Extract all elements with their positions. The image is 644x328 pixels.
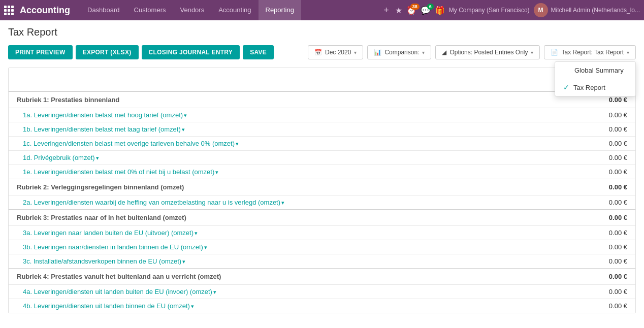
section-row: Rubriek 4: Prestaties vanuit het buitenl… (9, 269, 635, 285)
section-label: Rubriek 3: Prestaties naar of in het bui… (9, 210, 540, 226)
checkmark-icon: ✓ (563, 83, 569, 91)
options-arrow: ▾ (531, 50, 533, 55)
report-type-dropdown: Global Summary ✓ Tax Report (555, 61, 636, 96)
section-label: Rubriek 4: Prestaties vanuit het buitenl… (9, 269, 540, 285)
section-row: Rubriek 2: Verleggingsregelingen binnenl… (9, 179, 635, 195)
row-dropdown-arrow[interactable]: ▾ (184, 112, 187, 118)
page-content: Tax Report PRINT PREVIEW EXPORT (XLSX) C… (0, 20, 644, 313)
row-value-cell: 0.00 € (540, 108, 635, 122)
page-title: Tax Report (8, 26, 636, 38)
row-dropdown-arrow[interactable]: ▾ (215, 169, 218, 175)
comparison-label: Comparison: (384, 49, 419, 56)
item-link[interactable]: 1e. Leveringen/diensten belast met 0% of… (23, 168, 214, 176)
toolbar: PRINT PREVIEW EXPORT (XLSX) CLOSING JOUR… (8, 45, 636, 59)
report-type-button[interactable]: 📄 Tax Report: Tax Report ▾ (544, 45, 636, 59)
item-link[interactable]: 3c. Installatie/afstandsverkopen binnen … (23, 257, 181, 265)
row-label-cell: 1d. Privégebruik (omzet)▾ (9, 151, 540, 165)
row-value-cell: 0.00 € (540, 285, 635, 299)
user-menu[interactable]: M Mitchell Admin (Netherlands_lo... (534, 3, 640, 17)
date-filter-button[interactable]: 📅 Dec 2020 ▾ (308, 45, 363, 59)
row-dropdown-arrow[interactable]: ▾ (191, 303, 194, 309)
apps-icon[interactable]: ★ (395, 6, 402, 15)
row-label-cell: 3c. Installatie/afstandsverkopen binnen … (9, 254, 540, 269)
nav-accounting[interactable]: Accounting (211, 0, 258, 20)
topnav-right: ★ ⏰ 38 💬 6 🎁 My Company (San Francisco) … (395, 3, 640, 17)
user-name: Mitchell Admin (Netherlands_lo... (551, 7, 640, 14)
section-value: 0.00 € (540, 179, 635, 195)
row-dropdown-arrow[interactable]: ▾ (182, 258, 185, 265)
report-type-label: Tax Report: Tax Report (561, 49, 624, 56)
row-dropdown-arrow[interactable]: ▾ (236, 141, 239, 147)
calendar-icon: 📅 (314, 49, 322, 56)
table-row: 3a. Leveringen naar landen buiten de EU … (9, 226, 635, 240)
row-dropdown-arrow[interactable]: ▾ (213, 289, 216, 295)
row-label-cell: 4a. Leveringen/diensten uit landen buite… (9, 285, 540, 299)
table-row: 3b. Leveringen naar/diensten in landen b… (9, 240, 635, 254)
table-row: 1c. Leveringen/diensten belast met overi… (9, 137, 635, 151)
item-link[interactable]: 1c. Leveringen/diensten belast met overi… (23, 140, 235, 147)
report-table: Rubriek 1: Prestaties binnenland 0.00 € … (9, 91, 635, 313)
clock-badge: 38 (410, 4, 420, 10)
item-link[interactable]: 3b. Leveringen naar/diensten in landen b… (23, 243, 203, 251)
save-button[interactable]: SAVE (243, 45, 274, 59)
item-link[interactable]: 4a. Leveringen/diensten uit landen buite… (23, 288, 212, 296)
row-dropdown-arrow[interactable]: ▾ (281, 200, 284, 206)
row-value-cell: 0.00 € (540, 137, 635, 151)
report-column-headers: Balance Dec 2020 (9, 68, 635, 91)
filter-icon: ◢ (442, 49, 446, 56)
section-value: 0.00 € (540, 269, 635, 285)
report-option-tax-report[interactable]: ✓ Tax Report (555, 79, 635, 96)
nav-vendors[interactable]: Vendors (173, 0, 211, 20)
section-label: Rubriek 1: Prestaties binnenland (9, 92, 540, 108)
top-navigation: Accounting Dashboard Customers Vendors A… (0, 0, 644, 20)
row-value-cell: 0.00 € (540, 254, 635, 269)
clock-icon[interactable]: ⏰ 38 (406, 6, 416, 15)
item-link[interactable]: 1d. Privégebruik (omzet) (23, 154, 95, 161)
toolbar-right: 📅 Dec 2020 ▾ 📊 Comparison: ▾ ◢ Options: … (308, 45, 636, 59)
section-row: Rubriek 3: Prestaties naar of in het bui… (9, 210, 635, 226)
nav-reporting[interactable]: Reporting (259, 0, 301, 20)
table-row: 1a. Leveringen/diensten belast met hoog … (9, 108, 635, 122)
row-dropdown-arrow[interactable]: ▾ (182, 126, 185, 133)
export-xlsx-button[interactable]: EXPORT (XLSX) (76, 45, 139, 59)
row-label-cell: 4b. Leveringen/diensten uit landen binne… (9, 299, 540, 313)
report-area: Balance Dec 2020 Rubriek 1: Prestaties b… (8, 68, 636, 313)
item-link[interactable]: 4b. Leveringen/diensten uit landen binne… (23, 302, 190, 310)
print-preview-button[interactable]: PRINT PREVIEW (8, 45, 73, 59)
item-link[interactable]: 3a. Leveringen naar landen buiten de EU … (23, 229, 194, 237)
row-label-cell: 1a. Leveringen/diensten belast met hoog … (9, 108, 540, 122)
nav-dashboard[interactable]: Dashboard (80, 0, 127, 20)
options-label: Options: Posted Entries Only (449, 49, 528, 56)
main-menu: Dashboard Customers Vendors Accounting R… (80, 0, 377, 20)
report-option-global-summary[interactable]: Global Summary (555, 62, 635, 79)
date-filter-arrow: ▾ (354, 50, 357, 55)
options-button[interactable]: ◢ Options: Posted Entries Only ▾ (435, 45, 540, 59)
row-dropdown-arrow[interactable]: ▾ (204, 244, 207, 250)
gift-icon[interactable]: 🎁 (435, 6, 445, 15)
row-value-cell: 0.00 € (540, 122, 635, 137)
row-value-cell: 0.00 € (540, 226, 635, 240)
item-link[interactable]: 1a. Leveringen/diensten belast met hoog … (23, 111, 183, 119)
nav-customers[interactable]: Customers (127, 0, 173, 20)
report-type-arrow: ▾ (627, 50, 629, 55)
row-label-cell: 1b. Leveringen/diensten belast met laag … (9, 122, 540, 137)
section-label: Rubriek 2: Verleggingsregelingen binnenl… (9, 179, 540, 195)
report-type-container: 📄 Tax Report: Tax Report ▾ Global Summar… (544, 45, 636, 59)
comparison-button[interactable]: 📊 Comparison: ▾ (367, 45, 431, 59)
table-row: 4a. Leveringen/diensten uit landen buite… (9, 285, 635, 299)
chat-icon[interactable]: 💬 6 (421, 6, 431, 15)
table-row: 2a. Leveringen/diensten waarbij de heffi… (9, 195, 635, 210)
report-option-label-0: Global Summary (574, 67, 624, 74)
item-link[interactable]: 2a. Leveringen/diensten waarbij de heffi… (23, 199, 280, 206)
closing-journal-button[interactable]: CLOSING JOURNAL ENTRY (142, 45, 240, 59)
report-icon: 📄 (551, 49, 558, 56)
row-dropdown-arrow[interactable]: ▾ (195, 230, 198, 236)
row-value-cell: 0.00 € (540, 165, 635, 179)
row-dropdown-arrow[interactable]: ▾ (96, 155, 99, 161)
company-name[interactable]: My Company (San Francisco) (449, 7, 530, 14)
add-icon[interactable]: + (379, 0, 393, 20)
row-value-cell: 0.00 € (540, 195, 635, 210)
grid-menu-icon[interactable] (4, 6, 14, 15)
table-row: 1e. Leveringen/diensten belast met 0% of… (9, 165, 635, 179)
item-link[interactable]: 1b. Leveringen/diensten belast met laag … (23, 125, 181, 133)
